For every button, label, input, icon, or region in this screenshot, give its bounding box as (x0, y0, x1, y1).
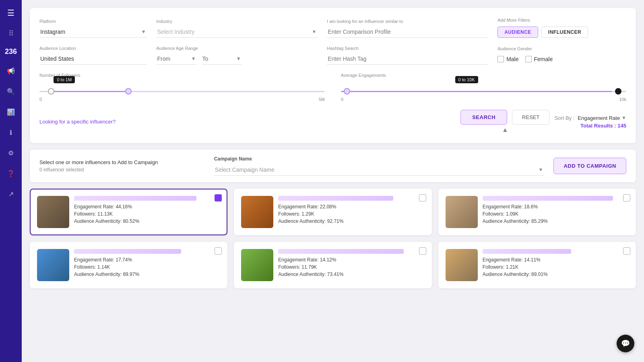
influencer-info: Engagement Rate: 44.16% Followers: 11.13… (74, 196, 220, 226)
info-icon[interactable]: ℹ (8, 127, 14, 138)
filter-row-2: Audience Location United States Audience… (39, 46, 626, 65)
followers-track (39, 91, 325, 92)
engagement-rate: Engagement Rate: 18.6% (483, 204, 629, 210)
industry-select[interactable]: Select Industry ▼ (157, 26, 318, 38)
card-checkbox[interactable] (215, 247, 222, 255)
campaign-name-label: Campaign Name (214, 156, 544, 162)
followers-thumb-right[interactable] (125, 88, 132, 95)
influencer-card[interactable]: Engagement Rate: 18.6% Followers: 1.09K … (438, 189, 636, 235)
engagements-thumb-right[interactable] (615, 88, 621, 95)
engagements-min: 0 (341, 97, 343, 102)
female-option[interactable]: Female (525, 56, 553, 62)
location-value: United States (40, 56, 74, 62)
sort-value[interactable]: Engagement Rate ▼ (578, 115, 626, 121)
engagement-rate: Engagement Rate: 44.16% (74, 204, 220, 210)
influencer-info: Engagement Rate: 14.12% Followers: 11.79… (278, 249, 424, 279)
audience-filter-btn[interactable]: AUDIENCE (497, 27, 538, 38)
engagements-label: Average Engagements (341, 73, 626, 78)
reset-button[interactable]: RESET (512, 110, 549, 125)
age-to-select[interactable]: To ▼ (202, 53, 242, 65)
card-checkbox[interactable] (623, 194, 630, 202)
industry-chevron: ▼ (312, 29, 316, 35)
audience-authenticity: Audience Authenticity: 73.41% (278, 272, 424, 277)
campaign-name-select[interactable]: Select Campaign Name ▼ (214, 164, 544, 176)
engagements-track (341, 91, 626, 92)
search-button[interactable]: SEARCH (460, 110, 507, 125)
followers-max: 5M (319, 97, 325, 102)
audience-authenticity: Audience Authenticity: 89.01% (483, 272, 629, 277)
campaign-name-group: Campaign Name Select Campaign Name ▼ (214, 156, 544, 176)
search-icon[interactable]: 🔍 (5, 86, 17, 97)
influencer-card[interactable]: Engagement Rate: 14.12% Followers: 11.79… (234, 242, 431, 288)
followers-tooltip: 0 to 1M (54, 76, 75, 83)
more-filters-label: Add More Filters (497, 18, 626, 23)
help-icon[interactable]: ❓ (5, 168, 17, 179)
engagements-tooltip: 0 to 10K (455, 76, 478, 83)
audience-authenticity: Audience Authenticity: 85.29% (483, 218, 629, 224)
followers-range-labels: 0 5M (39, 97, 325, 102)
specific-influencer-link[interactable]: Looking for a specific influencer? (39, 119, 116, 125)
card-checkbox[interactable] (623, 247, 630, 255)
age-to-value: To (202, 56, 208, 62)
influencer-name-blur (74, 249, 181, 254)
location-select[interactable]: United States (39, 53, 147, 65)
card-checkbox[interactable] (215, 194, 222, 202)
gear-icon[interactable]: ⚙ (6, 148, 15, 158)
age-range-label: Audience Age Range (157, 46, 318, 51)
influencer-card[interactable]: Engagement Rate: 14.11% Followers: 1.21K… (438, 242, 636, 288)
platform-select[interactable]: Instagram ▼ (39, 26, 147, 38)
sort-value-text: Engagement Rate (578, 115, 620, 121)
followers-thumb-left[interactable] (48, 88, 54, 95)
influencer-card[interactable]: Engagement Rate: 44.16% Followers: 11.13… (30, 189, 227, 235)
gender-label: Audience Gender (497, 46, 626, 51)
engagements-slider-group: Average Engagements 0 to 10K 0 10k (341, 73, 626, 102)
sort-label: Sort By : (554, 115, 574, 121)
influencer-name-blur (483, 249, 571, 254)
campaign-info: Select one or more influencers to Add to… (39, 159, 204, 173)
followers: Followers: 1.21K (483, 264, 629, 270)
influencer-info: Engagement Rate: 22.08% Followers: 1.29K… (278, 196, 424, 226)
male-label: Male (506, 56, 518, 62)
collapse-arrow[interactable]: ▲ (460, 126, 549, 134)
hashtag-group: Hashtag Search (327, 46, 488, 65)
influencer-card[interactable]: Engagement Rate: 22.08% Followers: 1.29K… (234, 189, 431, 235)
engagements-thumb-left[interactable] (344, 88, 350, 95)
hashtag-input[interactable] (327, 53, 488, 65)
campaign-name-placeholder: Select Campaign Name (215, 167, 275, 173)
influencer-info: Engagement Rate: 18.6% Followers: 1.09K … (483, 196, 629, 226)
sidebar-number: 236 (5, 47, 17, 56)
engagement-rate: Engagement Rate: 14.12% (278, 257, 424, 263)
card-checkbox[interactable] (419, 194, 426, 202)
add-to-campaign-button[interactable]: ADD TO CAMPAIGN (553, 158, 626, 174)
chart-icon[interactable]: 📊 (5, 107, 17, 117)
male-checkbox[interactable] (497, 56, 504, 62)
comparison-input[interactable] (327, 26, 488, 38)
external-icon[interactable]: ↗ (7, 189, 15, 200)
engagement-rate: Engagement Rate: 14.11% (483, 257, 629, 263)
chat-bubble[interactable]: 💬 (617, 335, 634, 352)
age-from-chevron: ▼ (191, 56, 196, 62)
megaphone-icon[interactable]: 📢 (5, 66, 17, 76)
card-checkbox[interactable] (419, 247, 426, 255)
comparison-label: I am looking for an Influencer similar t… (327, 19, 488, 24)
followers: Followers: 1.09K (483, 211, 629, 217)
influencer-filter-btn[interactable]: INFLUENCER (541, 27, 588, 38)
age-from-value: From (157, 56, 171, 62)
comparison-group: I am looking for an Influencer similar t… (327, 19, 488, 38)
male-option[interactable]: Male (497, 56, 518, 62)
platform-chevron: ▼ (141, 29, 146, 35)
age-from-select[interactable]: From ▼ (157, 53, 197, 65)
influencer-card[interactable]: Engagement Rate: 17.74% Followers: 1.14K… (30, 242, 227, 288)
hamburger-icon[interactable]: ☰ (6, 6, 16, 19)
location-group: Audience Location United States (39, 46, 147, 65)
engagements-track-container (341, 87, 626, 95)
industry-placeholder: Select Industry (157, 29, 195, 35)
influencer-info: Engagement Rate: 17.74% Followers: 1.14K… (74, 249, 220, 279)
followers-track-container (39, 87, 325, 95)
gender-group: Audience Gender Male Female (497, 46, 626, 65)
platform-label: Platform (39, 19, 147, 24)
platform-value: Instagram (40, 29, 65, 35)
female-checkbox[interactable] (525, 56, 532, 62)
filter-row-1: Platform Instagram ▼ Industry Select Ind… (39, 18, 626, 38)
total-results: Total Results : 145 (554, 123, 626, 129)
